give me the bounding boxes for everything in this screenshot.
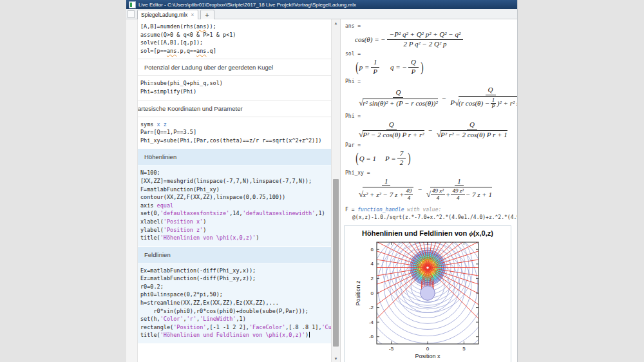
code-line[interactable]: syms x z bbox=[140, 120, 332, 129]
title-bar[interactable]: Live Editor - C:\Users\ptibr01\Dropbox\S… bbox=[126, 0, 517, 9]
code-line[interactable]: contour(XX,ZZ,F(XX,ZZ),linspace(0,0.75,1… bbox=[140, 193, 332, 202]
live-editor-icon bbox=[129, 1, 136, 8]
code-gutter bbox=[126, 19, 138, 362]
code-line[interactable]: N=100; bbox=[140, 169, 332, 177]
equation-phixy: 1 √x² + z² − 7 z + 494 − 1 √49 x²4 + 49 … bbox=[355, 178, 517, 201]
svg-text:-2: -2 bbox=[369, 305, 374, 310]
tab-close-icon[interactable]: × bbox=[191, 12, 194, 17]
code-line[interactable]: sol=[p==ans.p,q==ans.q] bbox=[140, 47, 332, 55]
code-line[interactable]: assume(Q>0 & q<0 & P>1 & p<1) bbox=[140, 31, 332, 39]
section-heading[interactable]: artesische Koordinaten und Parameter bbox=[138, 100, 332, 117]
tab-bar: SpiegelLadung.mlx × + bbox=[126, 9, 517, 19]
code-line[interactable]: axis equal bbox=[140, 202, 332, 210]
contour-plot: -505-6-4-20246Position xPosition z bbox=[345, 237, 507, 359]
output-label-par: Par = bbox=[345, 142, 517, 148]
code-line[interactable]: set(0,'defaultaxesfontsize',14,'defaulta… bbox=[140, 209, 332, 218]
code-line[interactable]: h=streamline(XX,ZZ,Ex(XX,ZZ),Ez(XX,ZZ),.… bbox=[140, 299, 332, 307]
code-line[interactable]: Phi=sube(phi_Q+phi_q,sol) bbox=[140, 79, 332, 88]
svg-text:-4: -4 bbox=[369, 319, 374, 325]
equation-phi-1: Q √r² sin(θ)² + (P − r cos(θ))² − Q P √(… bbox=[355, 86, 517, 110]
y-axis-label: Position z bbox=[355, 280, 361, 306]
code-line[interactable]: phi0=linspace(0,2*pi,50); bbox=[140, 291, 332, 299]
tab-spiegelladung[interactable]: SpiegelLadung.mlx × bbox=[137, 10, 198, 19]
scroll-up-icon[interactable]: ▲ bbox=[332, 19, 340, 27]
code-block: N=100;[XX,ZZ]=meshgrid(linspace(-7,7,N),… bbox=[138, 166, 332, 245]
code-block: [A,B]=numden(rhs(ans));assume(Q>0 & q<0 … bbox=[138, 19, 332, 59]
live-editor-window: Live Editor - C:\Users\ptibr01\Dropbox\S… bbox=[126, 0, 518, 362]
output-label-phi2: Phi = bbox=[345, 113, 517, 119]
svg-text:4: 4 bbox=[371, 262, 374, 267]
code-line[interactable]: [XX,ZZ]=meshgrid(linspace(-7,7,N),linspa… bbox=[140, 177, 332, 186]
tab-label: SpiegelLadung.mlx bbox=[141, 12, 187, 18]
svg-text:0: 0 bbox=[371, 291, 374, 296]
code-line[interactable]: F=matlabFunction(Phi_xy) bbox=[140, 186, 332, 194]
code-line[interactable]: rectangle('Position',[-1 -1 2 2],'FaceCo… bbox=[140, 323, 332, 332]
equation-ans: cos(θ) = − −P² q² + Q² p² + Q² − q²2 P q… bbox=[355, 31, 517, 48]
figure-title: Höhenlinien und Feldlinien von ϕ(x,0,z) bbox=[345, 229, 511, 237]
new-tab-button[interactable]: + bbox=[200, 10, 214, 19]
equation-par: ( Q = 1 P = 72 ) bbox=[355, 150, 517, 167]
code-block: Ex=matlabFunction(-diff(Phi_xy,x));Ez=ma… bbox=[138, 263, 332, 343]
output-label-phixy: Phi_xy = bbox=[345, 170, 517, 176]
code-line[interactable]: Phi=simplify(Phi) bbox=[140, 88, 332, 96]
output-label-ans: ans = bbox=[345, 23, 517, 29]
code-line[interactable]: Par=[Q==1,P==3.5] bbox=[140, 128, 332, 137]
section-heading[interactable]: Potenzial der Ladung über der geerdeten … bbox=[138, 59, 332, 76]
vertical-scrollbar[interactable]: ▲ ▼ bbox=[331, 19, 340, 362]
scroll-down-icon[interactable]: ▼ bbox=[332, 355, 340, 362]
svg-text:5: 5 bbox=[462, 346, 466, 352]
code-line[interactable]: Phi_xy=sube(Phi,[Par,cos(theta)==z/r r==… bbox=[140, 137, 332, 145]
window-title: Live Editor - C:\Users\ptibr01\Dropbox\S… bbox=[138, 2, 356, 8]
code-line[interactable]: Ex=matlabFunction(-diff(Phi_xy,x)); bbox=[140, 267, 332, 275]
svg-text:-5: -5 bbox=[389, 346, 394, 352]
code-line[interactable]: solve([A,B],[q,p]); bbox=[140, 39, 332, 47]
output-pane: ans = cos(θ) = − −P² q² + Q² p² + Q² − q… bbox=[340, 19, 517, 362]
equation-phi-2: Q √P² − 2 cos(θ) P r + r² − Q √P² r² − 2… bbox=[355, 121, 517, 139]
tab-bar-spacer-icon bbox=[128, 10, 135, 18]
code-block: Phi=sube(phi_Q+phi_q,sol)Phi=simplify(Ph… bbox=[138, 76, 332, 99]
output-label-phi: Phi = bbox=[345, 79, 517, 84]
code-sections: [A,B]=numden(rhs(ans));assume(Q>0 & q<0 … bbox=[138, 19, 332, 362]
svg-text:-6: -6 bbox=[369, 334, 374, 340]
code-line[interactable]: [A,B]=numden(rhs(ans)); bbox=[140, 23, 332, 31]
code-line[interactable]: r0=0.2; bbox=[140, 283, 332, 291]
svg-text:2: 2 bbox=[371, 276, 374, 281]
equation-sol: ( p = 1P q = − QP ) bbox=[355, 59, 517, 75]
code-line[interactable]: set(h,'Color','r','LineWidth',1) bbox=[140, 315, 332, 323]
output-function-handle: F = function_handle with value: bbox=[345, 207, 517, 213]
svg-text:0: 0 bbox=[426, 346, 430, 352]
section-heading[interactable]: Höhenlinien bbox=[138, 148, 332, 166]
plus-icon: + bbox=[205, 12, 209, 18]
code-pane: [A,B]=numden(rhs(ans));assume(Q>0 & q<0 … bbox=[126, 19, 340, 362]
x-axis-label: Position x bbox=[415, 353, 440, 359]
section-heading[interactable]: Feldlinien bbox=[138, 246, 332, 263]
svg-text:6: 6 bbox=[371, 247, 374, 252]
scrollbar-thumb[interactable] bbox=[333, 179, 339, 347]
figure-output[interactable]: Höhenlinien und Feldlinien von ϕ(x,0,z) … bbox=[344, 225, 511, 362]
code-line[interactable]: Ez=matlabFunction(-diff(Phi_xy,z)); bbox=[140, 274, 332, 283]
code-line[interactable]: ylabel('Position z') bbox=[140, 226, 332, 234]
output-label-sol: sol = bbox=[345, 51, 517, 57]
code-line[interactable]: title('Höhenlinien und Feldlinien von \p… bbox=[140, 331, 332, 339]
code-line[interactable]: xlabel('Position x') bbox=[140, 218, 332, 226]
code-block: syms x zPar=[Q==1,P==3.5]Phi_xy=sube(Phi… bbox=[138, 117, 332, 149]
output-function-value: @(x,z)-1.0./sqrt(z.*-7.0+x.^2.*(4.9e1./4… bbox=[352, 214, 517, 220]
code-line[interactable]: r0*sin(phi0),r0*cos(phi0)+double(sube(P,… bbox=[140, 307, 332, 316]
code-line[interactable]: title('Höhenlinien von \phi(x,0,z)') bbox=[140, 234, 332, 242]
